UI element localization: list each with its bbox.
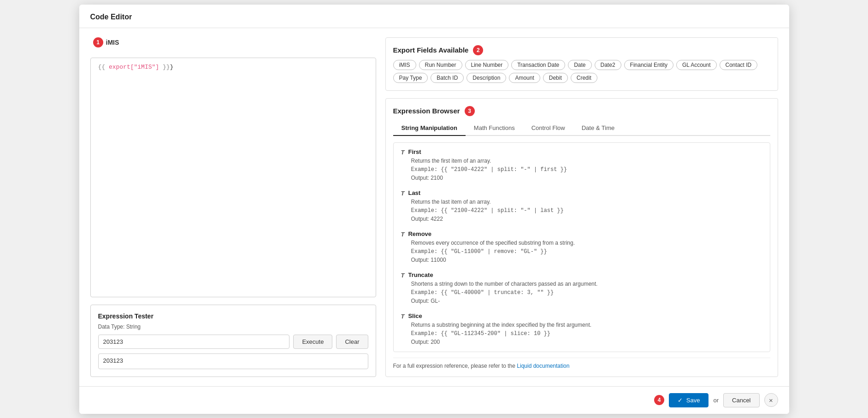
t-icon: T xyxy=(401,190,405,197)
export-fields-panel: Export Fields Available 2 iMISRun Number… xyxy=(385,37,778,91)
field-tag[interactable]: Batch ID xyxy=(431,73,464,83)
expr-example: Example: {{ "2100-4222" | split: "-" | l… xyxy=(411,207,564,214)
expression-item: T First Returns the first item of an arr… xyxy=(401,148,762,182)
expr-output: Output: 4222 xyxy=(411,216,443,222)
field-tag[interactable]: Credit xyxy=(571,73,597,83)
expr-desc: Shortens a string down to the number of … xyxy=(411,280,762,305)
field-tag[interactable]: Contact ID xyxy=(720,60,758,70)
field-tag[interactable]: Date xyxy=(568,60,591,70)
footer-or: or xyxy=(713,397,719,404)
t-icon: T xyxy=(401,272,405,279)
field-tag[interactable]: Debit xyxy=(543,73,568,83)
expression-browser-title: Expression Browser xyxy=(393,107,460,115)
close-button[interactable]: × xyxy=(764,393,778,407)
expr-item-header: T First xyxy=(401,148,762,156)
expression-item: T Last Returns the last item of an array… xyxy=(401,189,762,223)
expr-name: First xyxy=(408,148,421,155)
expression-tab[interactable]: Date & Time xyxy=(573,121,623,136)
save-button[interactable]: ✓ Save xyxy=(669,393,709,407)
export-fields-title-row: Export Fields Available 2 xyxy=(393,45,770,55)
expression-tab[interactable]: Control Flow xyxy=(523,121,573,136)
field-tag[interactable]: Run Number xyxy=(419,60,462,70)
expression-list: T First Returns the first item of an arr… xyxy=(393,142,770,352)
field-tag[interactable]: Financial Entity xyxy=(624,60,673,70)
field-tag[interactable]: Pay Type xyxy=(393,73,428,83)
step3-badge: 3 xyxy=(465,106,475,116)
expr-item-header: T Last xyxy=(401,189,762,197)
expression-browser-title-row: Expression Browser 3 xyxy=(393,106,770,116)
t-icon: T xyxy=(401,313,405,320)
code-editor-box[interactable]: {{ export["iMIS"] }}} xyxy=(90,58,376,297)
imis-label-row: 1 iMIS xyxy=(90,37,376,47)
execute-button[interactable]: Execute xyxy=(293,335,332,349)
modal-body: 1 iMIS {{ export["iMIS"] }}} Expression … xyxy=(79,28,789,386)
liquid-ref-text: For a full expression reference, please … xyxy=(393,363,517,369)
expression-browser-panel: Expression Browser 3 String Manipulation… xyxy=(385,98,778,377)
expr-desc: Returns the last item of an array. Examp… xyxy=(411,198,762,223)
modal-header: Code Editor xyxy=(79,5,789,28)
expression-tester-panel: Expression Tester Data Type: String Exec… xyxy=(90,305,376,377)
left-column: 1 iMIS {{ export["iMIS"] }}} Expression … xyxy=(90,37,376,377)
expression-item: T Truncate Shortens a string down to the… xyxy=(401,271,762,305)
t-icon: T xyxy=(401,149,405,156)
step4-badge: 4 xyxy=(654,395,664,405)
code-editor-content: {{ export["iMIS"] }}} xyxy=(98,64,368,71)
tester-input[interactable] xyxy=(98,335,290,349)
expr-name: Last xyxy=(408,189,420,196)
tester-output: 203123 xyxy=(98,353,368,369)
expr-output: Output: 2100 xyxy=(411,175,443,181)
expr-desc: Removes every occurrence of the specifie… xyxy=(411,239,762,264)
expr-example: Example: {{ "GL-11000" | remove: "GL-" }… xyxy=(411,248,547,255)
data-type-label: Data Type: String xyxy=(98,324,368,330)
code-editor-modal: Code Editor 1 iMIS {{ export["iMIS"] }}}… xyxy=(79,5,789,414)
expr-name: Truncate xyxy=(408,271,433,278)
t-icon: T xyxy=(401,231,405,238)
expr-item-header: T Remove xyxy=(401,230,762,238)
modal-footer: 4 ✓ Save or Cancel × xyxy=(79,386,789,414)
expression-tabs: String ManipulationMath FunctionsControl… xyxy=(393,121,770,136)
code-close-bracket: }} xyxy=(159,64,170,71)
modal-title: Code Editor xyxy=(90,13,778,21)
expr-output: Output: 11000 xyxy=(411,257,446,263)
liquid-documentation-link[interactable]: Liquid documentation xyxy=(517,363,569,369)
export-fields-title: Export Fields Available xyxy=(393,46,469,54)
cancel-button[interactable]: Cancel xyxy=(723,393,759,407)
field-tags-container: iMISRun NumberLine NumberTransaction Dat… xyxy=(393,60,770,83)
expression-tester-title: Expression Tester xyxy=(98,312,368,320)
code-export-key: export["iMIS"] xyxy=(109,64,159,71)
expr-item-header: T Slice xyxy=(401,312,762,320)
field-tag[interactable]: Amount xyxy=(509,73,540,83)
field-tag[interactable]: Description xyxy=(466,73,506,83)
code-open-bracket: {{ xyxy=(98,64,109,71)
expr-output: Output: 200 xyxy=(411,339,440,345)
expression-item: T Slice Returns a substring beginning at… xyxy=(401,312,762,346)
expr-desc: Returns a substring beginning at the ind… xyxy=(411,321,762,346)
expression-tab[interactable]: Math Functions xyxy=(466,121,523,136)
field-tag[interactable]: Line Number xyxy=(465,60,509,70)
save-label: Save xyxy=(686,397,700,404)
clear-button[interactable]: Clear xyxy=(336,335,368,349)
step2-badge: 2 xyxy=(473,45,483,55)
imis-label: iMIS xyxy=(106,39,119,46)
right-column: Export Fields Available 2 iMISRun Number… xyxy=(385,37,778,377)
field-tag[interactable]: Date2 xyxy=(595,60,621,70)
expr-name: Remove xyxy=(408,230,431,237)
liquid-ref: For a full expression reference, please … xyxy=(393,358,770,369)
checkmark-icon: ✓ xyxy=(678,397,683,404)
expr-example: Example: {{ "GL-40000" | truncate: 3, ""… xyxy=(411,289,554,296)
field-tag[interactable]: Transaction Date xyxy=(511,60,565,70)
field-tag[interactable]: GL Account xyxy=(676,60,717,70)
field-tag[interactable]: iMIS xyxy=(393,60,416,70)
tester-input-row: Execute Clear xyxy=(98,335,368,349)
expression-item: T Remove Removes every occurrence of the… xyxy=(401,230,762,264)
expr-item-header: T Truncate xyxy=(401,271,762,279)
step1-badge: 1 xyxy=(93,37,103,47)
expr-example: Example: {{ "GL-112345-200" | slice: 10 … xyxy=(411,330,550,337)
expr-name: Slice xyxy=(408,312,422,319)
expr-desc: Returns the first item of an array. Exam… xyxy=(411,157,762,182)
expr-example: Example: {{ "2100-4222" | split: "-" | f… xyxy=(411,166,567,173)
expr-output: Output: GL- xyxy=(411,298,440,304)
expression-tab[interactable]: String Manipulation xyxy=(393,121,466,136)
